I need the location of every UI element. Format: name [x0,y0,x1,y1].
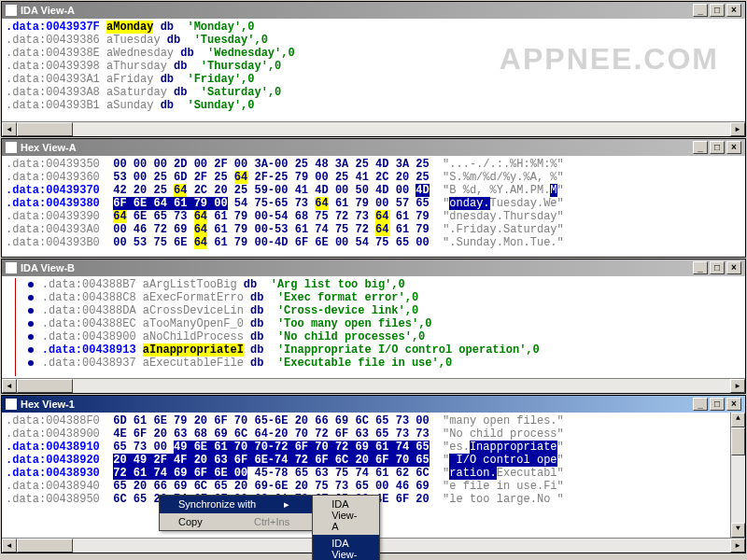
minimize-button[interactable]: _ [693,261,708,274]
maximize-button[interactable]: □ [710,398,725,411]
window-icon [6,142,17,153]
ctx-subitem-ida-view-b[interactable]: IDA View-B [313,535,379,560]
minimize-button[interactable]: _ [693,398,708,411]
hex-line[interactable]: .data:004393A0 00 46 72 69 64 61 79 00-5… [2,223,745,236]
red-margin-bar [15,278,16,376]
titlebar-hex-a[interactable]: Hex View-A _ □ × [2,139,745,156]
minimize-button[interactable]: _ [693,141,708,154]
ida-a-content[interactable]: .data:0043937F aMonday db 'Monday',0.dat… [2,19,745,121]
scroll-track[interactable] [17,122,730,136]
disasm-line[interactable]: .data:004393B1 aSunday db 'Sunday',0 [2,99,745,112]
hex-line[interactable]: .data:00439390 64 6E 65 73 64 61 79 00-5… [2,210,745,223]
scroll-left-button[interactable]: ◄ [2,539,17,553]
scroll-thumb-v[interactable] [731,427,745,455]
disasm-line[interactable]: .data:00438913 aInappropriateI db 'Inapp… [2,343,745,357]
close-button[interactable]: × [726,141,741,154]
hex-line[interactable]: .data:00439370 42 20 25 64 2C 20 25 59-0… [2,184,745,197]
maximize-button[interactable]: □ [710,4,725,17]
scroll-left-button[interactable]: ◄ [2,122,17,136]
window-icon [6,262,17,273]
hex-line[interactable]: .data:00438900 4E 6F 20 63 68 69 6C 64-2… [2,427,745,441]
scrollbar-h[interactable]: ◄ ► [2,378,745,393]
scrollbar-h[interactable]: ◄ ► [2,121,745,136]
close-button[interactable]: × [726,398,741,411]
disasm-line[interactable]: .data:00439386 aTuesday db 'Tuesday',0 [2,34,745,47]
hex-line[interactable]: .data:00439350 00 00 00 2D 00 2F 00 3A-0… [2,158,745,171]
disasm-line[interactable]: .data:004388B7 aArgListTooBig db 'Arg li… [2,278,745,291]
window-ida-view-a: IDA View-A _ □ × .data:0043937F aMonday … [1,1,746,137]
scroll-up-button[interactable]: ▲ [731,413,745,427]
scroll-right-button[interactable]: ► [730,122,745,136]
maximize-button[interactable]: □ [710,141,725,154]
titlebar-hex-1[interactable]: Hex View-1 _ □ × [2,396,745,413]
window-icon [6,399,17,410]
disasm-line[interactable]: .data:00439398 aThursday db 'Thursday',0 [2,60,745,73]
titlebar-ida-a[interactable]: IDA View-A _ □ × [2,2,745,19]
hex-line[interactable]: .data:00438910 65 73 00 49 6E 61 70 70-7… [2,441,745,454]
scroll-thumb[interactable] [17,539,73,553]
context-submenu[interactable]: IDA View-AIDA View-B [312,495,380,560]
hex-line[interactable]: .data:00438920 20 49 2F 4F 20 63 6F 6E-7… [2,454,745,467]
ida-b-content[interactable]: .data:004388B7 aArgListTooBig db 'Arg li… [2,276,745,378]
disasm-line[interactable]: .data:0043937F aMonday db 'Monday',0 [2,21,745,34]
window-icon [6,5,17,16]
title-text: IDA View-A [21,5,693,16]
disasm-line[interactable]: .data:004388C8 aExecFormatErro db 'Exec … [2,291,745,304]
hex-line[interactable]: .data:00439360 53 00 25 6D 2F 25 64 2F-2… [2,171,745,184]
scroll-left-button[interactable]: ◄ [2,379,17,393]
scroll-thumb[interactable] [17,379,73,393]
scroll-right-button[interactable]: ► [730,539,745,553]
scroll-track[interactable] [17,379,730,393]
maximize-button[interactable]: □ [710,261,725,274]
hex-line[interactable]: .data:00438940 65 20 66 69 6C 65 20 69-6… [2,480,745,493]
title-text: IDA View-B [21,262,693,273]
context-menu[interactable]: Synchronize with▸CopyCtrl+InsIDA View-AI… [159,495,313,531]
disasm-line[interactable]: .data:004393A1 aFriday db 'Friday',0 [2,73,745,86]
scroll-thumb[interactable] [17,122,73,136]
disasm-line[interactable]: .data:00438900 aNoChildProcess db 'No ch… [2,330,745,343]
window-hex-view-a: Hex View-A _ □ × .data:00439350 00 00 00… [1,138,746,258]
disasm-line[interactable]: .data:004388DA aCrossDeviceLin db 'Cross… [2,304,745,317]
hex-line[interactable]: .data:00439380 6F 6E 64 61 79 00 54 75-6… [2,197,745,210]
hex-line[interactable]: .data:00438930 72 61 74 69 6F 6E 00 45-7… [2,467,745,480]
hex-line[interactable]: .data:004388F0 6D 61 6E 79 20 6F 70 65-6… [2,414,745,427]
ctx-item-copy[interactable]: CopyCtrl+Ins [160,513,312,530]
disasm-line[interactable]: .data:004388EC aTooManyOpenF_0 db 'Too m… [2,317,745,330]
close-button[interactable]: × [726,4,741,17]
title-text: Hex View-A [21,142,693,153]
disasm-line[interactable]: .data:00438937 aExecutableFile db 'Execu… [2,357,745,370]
scroll-track-v[interactable] [731,427,745,523]
disasm-line[interactable]: .data:0043938E aWednesday db 'Wednesday'… [2,47,745,60]
hex-a-content[interactable]: .data:00439350 00 00 00 2D 00 2F 00 3A-0… [2,156,745,257]
ctx-item-synchronize-with[interactable]: Synchronize with▸ [160,496,312,513]
titlebar-ida-b[interactable]: IDA View-B _ □ × [2,259,745,276]
hex-line[interactable]: .data:004393B0 00 53 75 6E 64 61 79 00-4… [2,236,745,249]
title-text: Hex View-1 [21,399,693,410]
scroll-down-button[interactable]: ▼ [731,523,745,538]
scroll-right-button[interactable]: ► [730,379,745,393]
close-button[interactable]: × [726,261,741,274]
minimize-button[interactable]: _ [693,4,708,17]
disasm-line[interactable]: .data:004393A8 aSaturday db 'Saturday',0 [2,86,745,99]
window-ida-view-b: IDA View-B _ □ × .data:004388B7 aArgList… [1,259,746,394]
ctx-subitem-ida-view-a[interactable]: IDA View-A [313,496,379,535]
scrollbar-v[interactable]: ▲ ▼ [730,413,745,538]
